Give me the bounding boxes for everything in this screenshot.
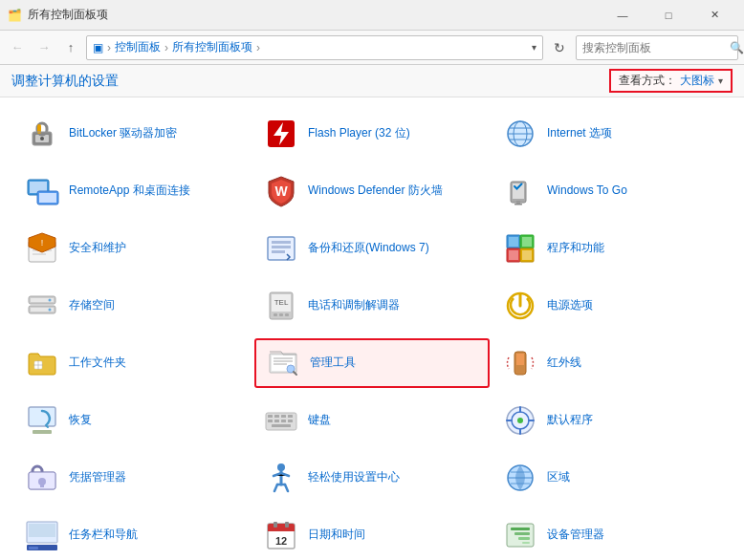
control-item-windowstogo[interactable]: Windows To Go (493, 166, 729, 216)
control-item-defender[interactable]: WWindows Defender 防火墙 (254, 166, 490, 216)
control-item-recovery[interactable]: 恢复 (15, 396, 251, 445)
svg-rect-21 (514, 204, 522, 205)
devmgr-icon (501, 516, 539, 554)
item-label-keyboard: 键盘 (308, 413, 331, 428)
admintool-icon (264, 344, 302, 382)
refresh-button[interactable]: ↻ (547, 35, 572, 60)
power-icon (501, 287, 539, 325)
control-item-devmgr[interactable]: 设备管理器 (493, 510, 729, 560)
security-icon: ! (23, 229, 61, 268)
breadcrumb-item-2[interactable]: 所有控制面板项 (172, 39, 252, 55)
breadcrumb-item-1[interactable]: 控制面板 (115, 39, 161, 55)
svg-rect-92 (29, 547, 38, 549)
item-label-defender: Windows Defender 防火墙 (308, 183, 443, 199)
easeaccess-icon (262, 459, 300, 497)
svg-rect-68 (268, 415, 273, 418)
breadcrumb-bar[interactable]: ▣ › 控制面板 › 所有控制面板项 › ▾ (86, 35, 543, 60)
control-item-easeaccess[interactable]: 轻松使用设置中心 (254, 453, 490, 503)
defender-icon: W (262, 172, 300, 210)
title-bar-controls: — □ ✕ (601, 0, 736, 31)
item-label-power: 电源选项 (547, 298, 593, 313)
control-item-flash[interactable]: Flash Player (32 位) (254, 109, 490, 159)
item-label-defaults: 默认程序 (547, 413, 593, 428)
item-label-admintool: 管理工具 (310, 355, 356, 371)
item-label-devmgr: 设备管理器 (547, 528, 604, 543)
svg-point-45 (49, 309, 52, 312)
svg-rect-29 (272, 241, 291, 244)
control-item-power[interactable]: 电源选项 (493, 281, 729, 331)
remoteapp-icon (23, 172, 61, 210)
up-button[interactable]: ↑ (59, 36, 82, 59)
svg-rect-96 (268, 528, 295, 531)
svg-point-44 (49, 299, 52, 302)
item-label-remoteapp: RemoteApp 和桌面连接 (69, 183, 190, 199)
control-item-backup[interactable]: 备份和还原(Windows 7) (254, 224, 490, 273)
region-icon (501, 459, 539, 497)
title-bar: 🗂️ 所有控制面板项 — □ ✕ (0, 0, 744, 31)
item-label-security: 安全和维护 (69, 241, 126, 256)
recovery-icon (23, 401, 61, 440)
windowstogo-icon (501, 172, 539, 210)
svg-text:12: 12 (275, 535, 287, 547)
item-label-workfolder: 工作文件夹 (69, 355, 126, 371)
item-label-phone: 电话和调制解调器 (308, 298, 400, 313)
control-item-admintool[interactable]: 管理工具 (254, 338, 490, 388)
control-item-workfolder[interactable]: 工作文件夹 (15, 338, 251, 388)
svg-point-3 (40, 137, 44, 140)
search-icon: 🔍 (730, 41, 744, 54)
control-item-keyboard[interactable]: 键盘 (254, 396, 490, 445)
item-label-internet: Internet 选项 (547, 126, 612, 141)
search-bar: 🔍 (576, 35, 738, 60)
window-icon: 🗂️ (8, 9, 22, 22)
item-label-bitlocker: BitLocker 驱动器加密 (69, 126, 177, 141)
view-label: 查看方式： (619, 73, 676, 89)
back-button[interactable]: ← (6, 36, 29, 59)
close-button[interactable]: ✕ (692, 0, 736, 31)
svg-rect-71 (288, 415, 293, 418)
title-bar-left: 🗂️ 所有控制面板项 (8, 7, 108, 23)
svg-rect-50 (285, 313, 289, 316)
svg-rect-84 (40, 484, 44, 487)
item-label-recovery: 恢复 (69, 413, 92, 428)
infrared-icon (501, 344, 539, 382)
maximize-button[interactable]: □ (646, 0, 690, 31)
control-item-credentials[interactable]: 凭据管理器 (15, 453, 251, 503)
page-title: 调整计算机的设置 (11, 73, 119, 90)
control-item-remoteapp[interactable]: RemoteApp 和桌面连接 (15, 166, 251, 216)
breadcrumb-arrow: ▾ (532, 42, 536, 53)
phone-icon: TEL (262, 287, 300, 325)
control-item-programs[interactable]: 程序和功能 (493, 224, 729, 273)
item-label-storage: 存储空间 (69, 298, 115, 313)
minimize-button[interactable]: — (601, 0, 645, 31)
control-item-security[interactable]: !安全和维护 (15, 224, 251, 273)
control-item-datetime[interactable]: 12日期和时间 (254, 510, 490, 560)
control-item-infrared[interactable]: 红外线 (493, 338, 729, 388)
svg-rect-103 (518, 537, 530, 540)
view-options[interactable]: 查看方式： 大图标 ▾ (609, 69, 733, 93)
svg-rect-76 (272, 424, 291, 427)
search-input[interactable] (582, 41, 726, 54)
programs-icon (501, 229, 539, 268)
control-item-defaults[interactable]: 默认程序 (493, 396, 729, 445)
view-arrow-icon: ▾ (718, 75, 723, 86)
control-item-bitlocker[interactable]: BitLocker 驱动器加密 (15, 109, 251, 159)
svg-rect-75 (288, 420, 293, 422)
control-item-phone[interactable]: TEL电话和调制解调器 (254, 281, 490, 331)
control-item-region[interactable]: 区域 (493, 453, 729, 503)
svg-rect-64 (516, 354, 524, 365)
credentials-icon (23, 459, 61, 497)
control-panel-grid: BitLocker 驱动器加密Flash Player (32 位)Intern… (0, 97, 744, 560)
forward-button[interactable]: → (33, 36, 55, 59)
svg-rect-37 (509, 250, 518, 260)
control-item-storage[interactable]: 存储空间 (15, 281, 251, 331)
control-item-internet[interactable]: Internet 选项 (493, 109, 729, 159)
control-item-taskbar[interactable]: 任务栏和导航 (15, 510, 251, 560)
svg-rect-93 (29, 524, 55, 537)
svg-rect-66 (33, 430, 52, 434)
toolbar: 调整计算机的设置 查看方式： 大图标 ▾ (0, 65, 744, 97)
workfolder-icon (23, 344, 61, 382)
breadcrumb-icon: ▣ (93, 41, 103, 54)
svg-text:!: ! (41, 238, 44, 248)
item-label-region: 区域 (547, 470, 570, 485)
svg-rect-73 (274, 420, 279, 422)
